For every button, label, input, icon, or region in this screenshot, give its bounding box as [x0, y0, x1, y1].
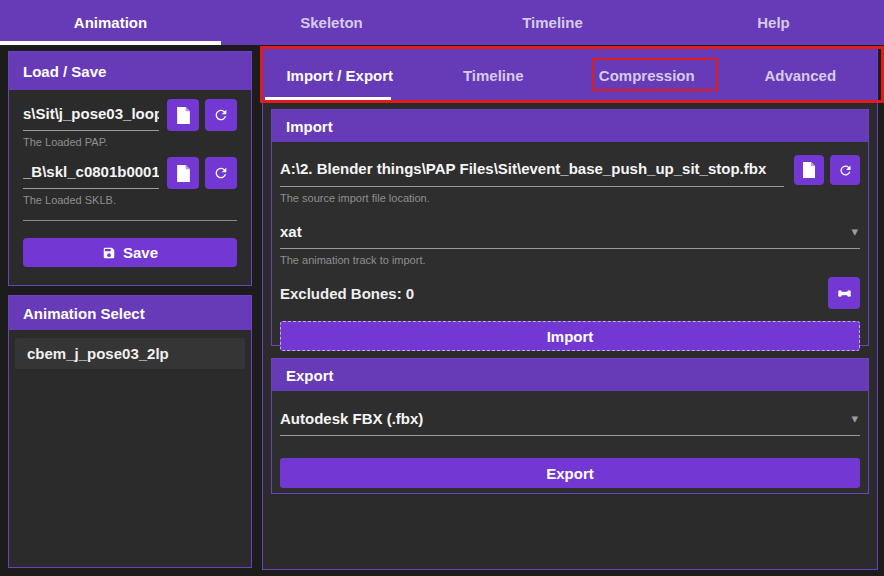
- animation-select-header: Animation Select: [9, 296, 251, 330]
- sklb-browse-button[interactable]: [167, 157, 199, 189]
- list-item-animation[interactable]: cbem_j_pose03_2lp: [15, 338, 245, 369]
- file-icon: [176, 165, 191, 182]
- export-format-dropdown[interactable]: Autodesk FBX (.fbx) ▾: [280, 406, 860, 436]
- tab-animation[interactable]: Animation: [0, 0, 221, 45]
- app-window: Animation Skeleton Timeline Help Load / …: [0, 0, 884, 576]
- pap-browse-button[interactable]: [167, 99, 199, 131]
- tab-compression[interactable]: Compression: [570, 49, 724, 101]
- save-icon: [102, 246, 116, 260]
- tab-help[interactable]: Help: [663, 0, 884, 45]
- import-file-caption: The source import file location.: [280, 192, 860, 204]
- file-icon: [802, 162, 816, 178]
- tab-import-export[interactable]: Import / Export: [263, 49, 417, 101]
- excluded-bones-button[interactable]: [828, 277, 860, 309]
- tab-advanced[interactable]: Advanced: [724, 49, 878, 101]
- divider: [23, 220, 237, 221]
- load-save-panel: Load / Save s\Sit\j_pose03_loop.pap The …: [8, 51, 252, 286]
- bone-icon: [836, 285, 853, 302]
- loaded-pap-caption: The Loaded PAP.: [23, 136, 237, 148]
- import-section-header: Import: [272, 110, 868, 142]
- sklb-refresh-button[interactable]: [205, 157, 237, 189]
- refresh-icon: [838, 163, 853, 178]
- export-section-header: Export: [272, 359, 868, 391]
- loaded-sklb-input[interactable]: _B\skl_c0801b0001.sklb: [23, 157, 159, 189]
- export-format-value: Autodesk FBX (.fbx): [280, 410, 423, 427]
- chevron-down-icon: ▾: [851, 224, 858, 239]
- excluded-bones-label: Excluded Bones: 0: [280, 285, 414, 302]
- load-save-header: Load / Save: [9, 52, 251, 90]
- refresh-icon: [213, 107, 229, 123]
- save-button-label: Save: [123, 244, 158, 261]
- pap-refresh-button[interactable]: [205, 99, 237, 131]
- tab-timeline[interactable]: Timeline: [442, 0, 663, 45]
- import-file-browse-button[interactable]: [794, 155, 824, 185]
- import-section: Import A:\2. Blender things\PAP Files\Si…: [271, 109, 869, 346]
- save-button[interactable]: Save: [23, 238, 237, 267]
- animation-list: cbem_j_pose03_2lp: [9, 330, 251, 377]
- main-panel: Import / Export Timeline Compression Adv…: [262, 48, 878, 570]
- import-button[interactable]: Import: [280, 321, 860, 351]
- animation-track-caption: The animation track to import.: [280, 254, 860, 266]
- refresh-icon: [213, 165, 229, 181]
- tab-main-timeline[interactable]: Timeline: [417, 49, 571, 101]
- animation-track-dropdown[interactable]: xat ▾: [280, 219, 860, 249]
- tab-skeleton[interactable]: Skeleton: [221, 0, 442, 45]
- animation-select-panel: Animation Select cbem_j_pose03_2lp: [8, 295, 252, 568]
- loaded-pap-input[interactable]: s\Sit\j_pose03_loop.pap: [23, 99, 159, 131]
- import-file-input[interactable]: A:\2. Blender things\PAP Files\Sit\event…: [280, 155, 784, 187]
- top-tab-bar: Animation Skeleton Timeline Help: [0, 0, 884, 45]
- main-tab-bar: Import / Export Timeline Compression Adv…: [263, 49, 877, 101]
- loaded-sklb-caption: The Loaded SKLB.: [23, 194, 237, 206]
- animation-track-value: xat: [280, 223, 302, 240]
- file-icon: [176, 107, 191, 124]
- export-section: Export Autodesk FBX (.fbx) ▾ Export: [271, 358, 869, 494]
- export-button[interactable]: Export: [280, 458, 860, 488]
- import-file-refresh-button[interactable]: [830, 155, 860, 185]
- chevron-down-icon: ▾: [851, 411, 858, 426]
